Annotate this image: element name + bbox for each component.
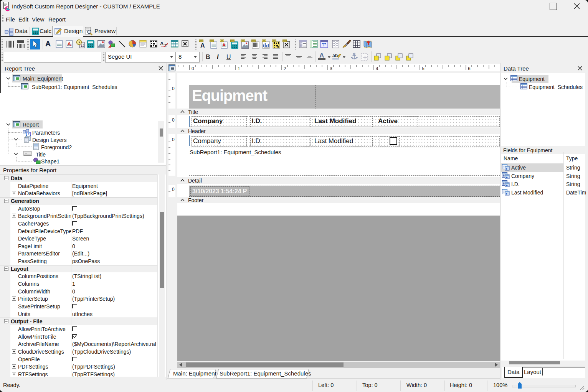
svg-text:ab: ab (332, 53, 338, 58)
svg-text:12: 12 (81, 44, 84, 48)
svg-text:A: A (200, 42, 205, 49)
svg-text:[?]: [?] (26, 131, 31, 136)
svg-text:A: A (160, 41, 164, 46)
svg-text:A: A (68, 41, 71, 47)
svg-text:A: A (223, 43, 226, 47)
